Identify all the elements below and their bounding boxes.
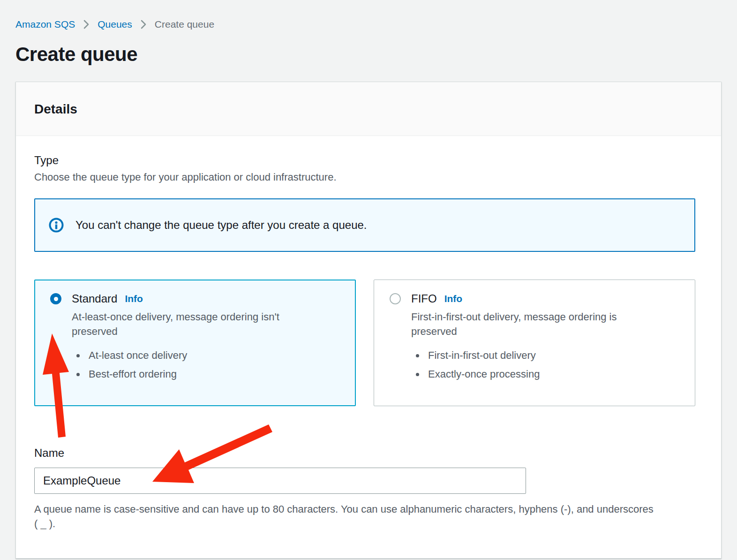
standard-label: Standard (72, 292, 117, 305)
breadcrumb-link-amazon-sqs[interactable]: Amazon SQS (15, 19, 75, 30)
breadcrumb-current: Create queue (155, 19, 214, 30)
details-card: Details Type Choose the queue type for y… (15, 82, 722, 559)
standard-bullet: At-least once delivery (86, 349, 342, 362)
standard-bullet-list: At-least once delivery Best-effort order… (86, 349, 342, 380)
breadcrumb-separator-icon (140, 19, 147, 30)
fifo-bullet-list: First-in-first-out delivery Exactly-once… (425, 349, 682, 380)
standard-info-link[interactable]: Info (125, 293, 143, 304)
info-alert-text: You can't change the queue type after yo… (75, 219, 367, 232)
fifo-radio[interactable] (390, 293, 401, 304)
info-alert: You can't change the queue type after yo… (34, 198, 695, 252)
page-title: Create queue (15, 43, 722, 66)
type-label: Type (34, 154, 695, 167)
radio-dot (54, 297, 58, 301)
details-heading: Details (34, 102, 702, 117)
option-tile-standard[interactable]: Standard Info At-least-once delivery, me… (34, 280, 356, 406)
details-card-header: Details (16, 82, 721, 136)
type-description: Choose the queue type for your applicati… (34, 171, 695, 183)
standard-description: At-least-once delivery, message ordering… (72, 310, 308, 339)
fifo-description: First-in-first-out delivery, message ord… (411, 310, 648, 339)
fifo-bullet: First-in-first-out delivery (425, 349, 682, 362)
queue-type-options: Standard Info At-least-once delivery, me… (34, 280, 695, 406)
details-card-body: Type Choose the queue type for your appl… (16, 136, 721, 558)
name-help-text: A queue name is case-sensitive and can h… (34, 502, 658, 531)
standard-bullet: Best-effort ordering (86, 368, 342, 380)
info-icon (48, 217, 64, 233)
fifo-info-link[interactable]: Info (444, 293, 462, 304)
name-section: Name A queue name is case-sensitive and … (34, 446, 695, 531)
fifo-bullet: Exactly-once processing (425, 368, 682, 380)
standard-radio[interactable] (50, 293, 61, 304)
breadcrumb: Amazon SQS Queues Create queue (15, 19, 722, 30)
fifo-label: FIFO (411, 292, 437, 305)
option-tile-fifo[interactable]: FIFO Info First-in-first-out delivery, m… (374, 280, 695, 406)
breadcrumb-link-queues[interactable]: Queues (98, 19, 132, 30)
breadcrumb-separator-icon (83, 19, 90, 30)
queue-name-input[interactable] (34, 468, 526, 494)
name-label: Name (34, 446, 695, 460)
